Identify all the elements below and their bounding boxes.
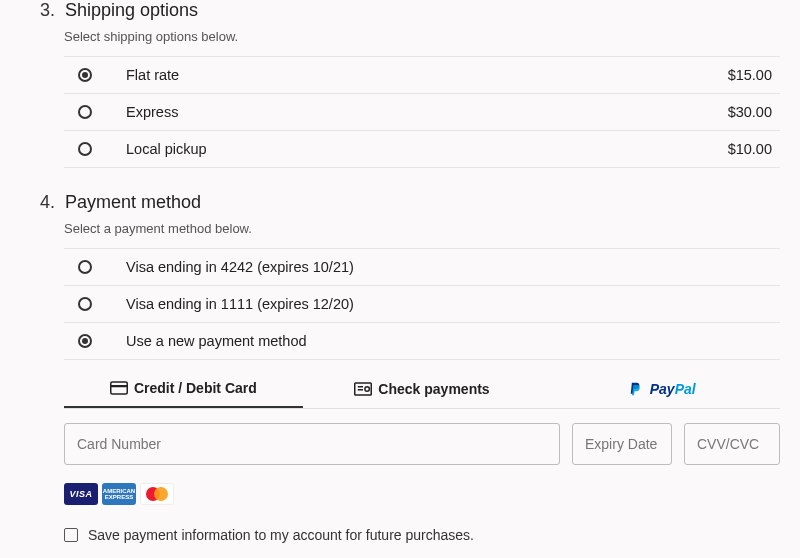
tab-card[interactable]: Credit / Debit Card xyxy=(64,370,303,408)
paypal-logo: PayPal xyxy=(650,381,696,397)
option-label: Flat rate xyxy=(126,67,694,83)
radio-icon[interactable] xyxy=(78,334,92,348)
payment-title: Payment method xyxy=(65,192,201,213)
shipping-option[interactable]: Local pickup $10.00 xyxy=(64,131,780,168)
payment-head: 4. Payment method xyxy=(40,192,780,213)
shipping-subtitle: Select shipping options below. xyxy=(64,29,780,44)
expiry-input[interactable]: Expiry Date xyxy=(572,423,672,465)
shipping-head: 3. Shipping options xyxy=(40,0,780,21)
tab-check[interactable]: Check payments xyxy=(303,370,542,408)
card-number-input[interactable]: Card Number xyxy=(64,423,560,465)
payment-option[interactable]: Visa ending in 1111 (expires 12/20) xyxy=(64,286,780,323)
payment-option[interactable]: Visa ending in 4242 (expires 10/21) xyxy=(64,248,780,286)
save-payment-row[interactable]: Save payment information to my account f… xyxy=(64,527,780,543)
option-price: $10.00 xyxy=(728,141,780,157)
svg-rect-1 xyxy=(111,385,128,387)
svg-point-5 xyxy=(365,387,370,392)
payment-subtitle: Select a payment method below. xyxy=(64,221,780,236)
option-label: Use a new payment method xyxy=(126,333,780,349)
tab-label: Credit / Debit Card xyxy=(134,380,257,396)
tab-label: Check payments xyxy=(378,381,489,397)
payment-option[interactable]: Use a new payment method xyxy=(64,323,780,360)
radio-icon[interactable] xyxy=(78,68,92,82)
svg-rect-0 xyxy=(111,382,128,394)
option-label: Visa ending in 1111 (expires 12/20) xyxy=(126,296,780,312)
mastercard-icon xyxy=(140,483,174,505)
radio-icon[interactable] xyxy=(78,142,92,156)
section-number: 3. xyxy=(40,0,55,21)
card-fields: Card Number Expiry Date CVV/CVC xyxy=(64,423,780,465)
option-price: $15.00 xyxy=(728,67,780,83)
payment-section: 4. Payment method Select a payment metho… xyxy=(40,192,780,543)
option-label: Local pickup xyxy=(126,141,694,157)
check-payment-icon xyxy=(354,382,372,396)
radio-icon[interactable] xyxy=(78,297,92,311)
card-brands: VISA AMERICAN EXPRESS xyxy=(64,483,780,505)
shipping-option[interactable]: Express $30.00 xyxy=(64,94,780,131)
credit-card-icon xyxy=(110,381,128,395)
shipping-section: 3. Shipping options Select shipping opti… xyxy=(40,0,780,168)
shipping-options-list: Flat rate $15.00 Express $30.00 Local pi… xyxy=(64,56,780,168)
option-price: $30.00 xyxy=(728,104,780,120)
save-payment-label: Save payment information to my account f… xyxy=(88,527,474,543)
shipping-title: Shipping options xyxy=(65,0,198,21)
radio-icon[interactable] xyxy=(78,105,92,119)
section-number: 4. xyxy=(40,192,55,213)
option-label: Visa ending in 4242 (expires 10/21) xyxy=(126,259,780,275)
tab-paypal[interactable]: PayPal xyxy=(541,370,780,408)
shipping-option[interactable]: Flat rate $15.00 xyxy=(64,56,780,94)
paypal-icon xyxy=(626,382,644,396)
visa-icon: VISA xyxy=(64,483,98,505)
payment-tabs: Credit / Debit Card Check payments PayPa… xyxy=(64,370,780,409)
amex-icon: AMERICAN EXPRESS xyxy=(102,483,136,505)
radio-icon[interactable] xyxy=(78,260,92,274)
checkbox-icon[interactable] xyxy=(64,528,78,542)
option-label: Express xyxy=(126,104,694,120)
payment-options-list: Visa ending in 4242 (expires 10/21) Visa… xyxy=(64,248,780,360)
cvc-input[interactable]: CVV/CVC xyxy=(684,423,780,465)
